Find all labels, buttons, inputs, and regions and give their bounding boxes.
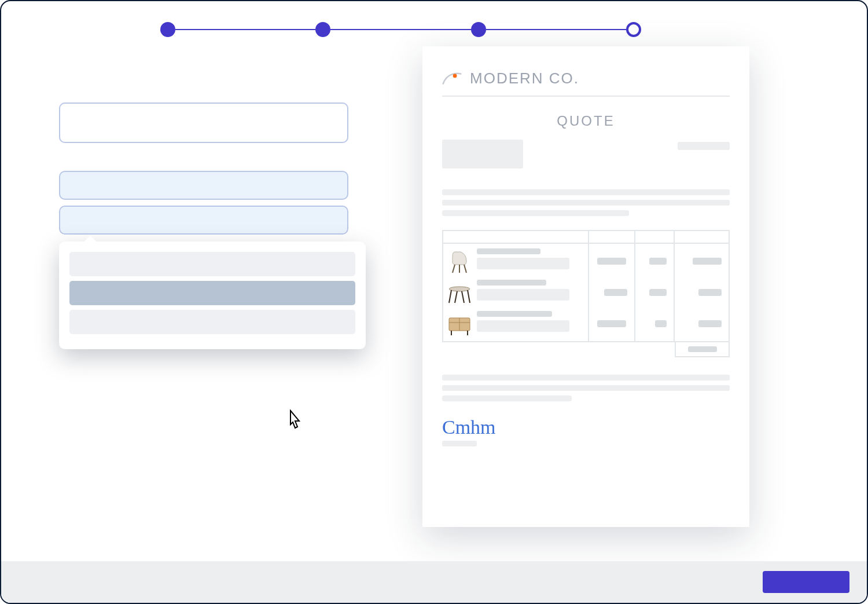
- dropdown-option-1[interactable]: [69, 252, 355, 276]
- company-name: MODERN CO.: [470, 69, 579, 87]
- svg-line-6: [468, 290, 470, 303]
- svg-line-5: [449, 290, 451, 303]
- line-item-row: [447, 311, 584, 336]
- text-placeholder: [442, 200, 730, 206]
- text-placeholder: [442, 210, 629, 216]
- sideboard-icon: [447, 311, 472, 336]
- dropdown-option-3[interactable]: [69, 310, 355, 334]
- text-placeholder: [442, 189, 730, 195]
- svg-point-0: [453, 74, 457, 78]
- svg-line-2: [464, 265, 466, 273]
- step-connector: [175, 29, 315, 30]
- form-panel: [59, 103, 348, 235]
- text-placeholder: [442, 385, 730, 391]
- step-4-dot[interactable]: [626, 22, 641, 37]
- app-frame: MODERN CO. QUOTE: [0, 0, 868, 604]
- doc-header: MODERN CO.: [442, 69, 730, 97]
- line-items-table: [442, 230, 730, 342]
- total-cell: [675, 342, 730, 357]
- step-1-dot[interactable]: [160, 22, 175, 37]
- line-item-row: [447, 248, 584, 274]
- step-3-dot[interactable]: [471, 22, 486, 37]
- table-icon: [447, 280, 472, 305]
- dropdown-option-2[interactable]: [69, 281, 355, 305]
- doc-title: QUOTE: [442, 113, 730, 129]
- text-placeholder: [442, 396, 572, 401]
- doc-meta-row: [442, 140, 730, 169]
- signature: Cmhm: [442, 418, 730, 437]
- bottom-bar: [1, 561, 867, 603]
- text-placeholder: [442, 375, 730, 380]
- company-logo-icon: [442, 71, 462, 87]
- svg-point-4: [449, 287, 470, 291]
- primary-action-button[interactable]: [763, 571, 849, 593]
- step-connector: [486, 29, 626, 30]
- text-input-1[interactable]: [59, 103, 348, 143]
- step-2-dot[interactable]: [315, 22, 330, 37]
- signature-label: [442, 441, 477, 446]
- step-connector: [330, 29, 470, 30]
- quote-document-preview: MODERN CO. QUOTE: [422, 46, 749, 527]
- svg-line-1: [453, 265, 455, 273]
- dropdown-menu: [59, 241, 366, 349]
- line-item-row: [447, 280, 584, 305]
- dropdown-trigger[interactable]: [59, 206, 348, 235]
- chair-icon: [447, 248, 472, 274]
- svg-line-7: [455, 291, 457, 303]
- text-input-2[interactable]: [59, 171, 348, 200]
- progress-stepper: [160, 21, 641, 38]
- pointer-cursor-icon: [285, 409, 304, 433]
- svg-line-8: [462, 291, 464, 303]
